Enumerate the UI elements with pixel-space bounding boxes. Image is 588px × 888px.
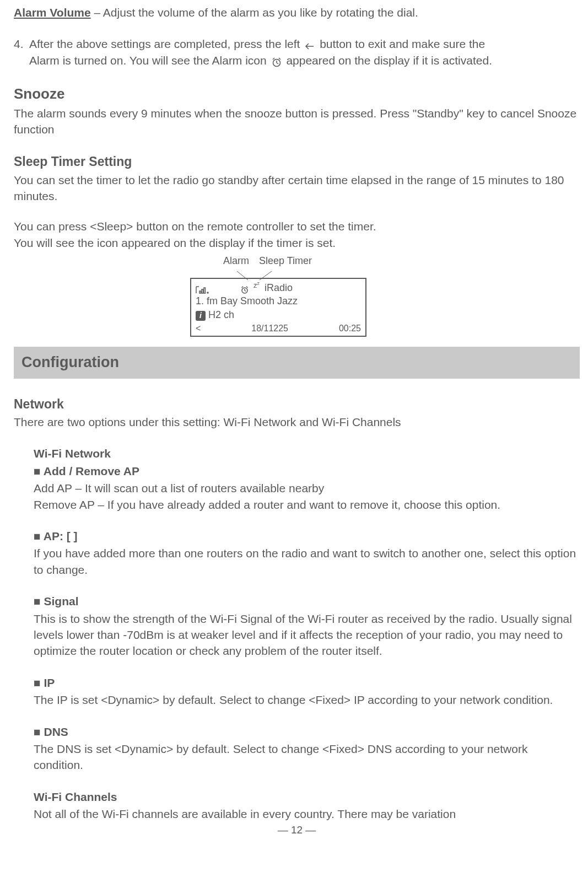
svg-rect-10 (199, 291, 201, 293)
add-ap-text: Add AP – It will scan out a list of rout… (34, 480, 580, 496)
dns-title: ■ DNS (34, 724, 580, 740)
sleep-title: Sleep Timer Setting (14, 153, 580, 170)
display-diagram: Alarm Sleep Timer (190, 254, 366, 337)
display-bottom-right: 00:25 (339, 322, 361, 335)
wifi-channels-block: Wi-Fi Channels Not all of the Wi-Fi chan… (34, 789, 580, 822)
snooze-text: The alarm sounds every 9 minutes when th… (14, 105, 580, 138)
step4-a1: After the above settings are completed, … (29, 37, 303, 50)
network-title: Network (14, 395, 580, 413)
display-pointers (190, 268, 366, 278)
display-bottom-mid: 18/11225 (251, 322, 288, 335)
ip-block: ■ IP The IP is set <Dynamic> by default.… (34, 675, 580, 708)
step4-a2: button to exit and make sure the (320, 37, 485, 50)
sleep-p3: You will see the icon appeared on the di… (14, 235, 580, 251)
ip-text: The IP is set <Dynamic> by default. Sele… (34, 692, 580, 708)
svg-rect-11 (202, 289, 203, 293)
step4-b1: Alarm is turned on. You will see the Ala… (29, 54, 270, 67)
label-sleep: Sleep Timer (259, 254, 312, 268)
alarm-small-icon (240, 284, 249, 293)
step4-b2: appeared on the display if it is activat… (286, 54, 492, 67)
snooze-section: Snooze The alarm sounds every 9 minutes … (14, 84, 580, 137)
network-intro: There are two options under this setting… (14, 414, 580, 430)
display-line-3: H2 ch (196, 308, 361, 322)
ap-block: ■ AP: [ ] If you have added more than on… (34, 528, 580, 578)
sleep-section: Sleep Timer Setting You can set the time… (14, 153, 580, 251)
dns-block: ■ DNS The DNS is set <Dynamic> by defaul… (34, 724, 580, 773)
snooze-title: Snooze (14, 84, 580, 104)
alarm-volume-label: Alarm Volume (14, 6, 91, 19)
network-indent: Wi-Fi Network ■ Add / Remove AP Add AP –… (14, 445, 580, 822)
arrow-left-icon (304, 40, 315, 51)
sleep-zz-icon: zz (253, 280, 260, 290)
display-iradio: iRadio (265, 282, 293, 293)
wifi-channels-text: Not all of the Wi-Fi channels are availa… (34, 806, 580, 822)
svg-line-4 (273, 58, 274, 60)
wifi-channels-title: Wi-Fi Channels (34, 789, 580, 805)
alarm-volume-text: – Adjust the volume of the alarm as you … (91, 6, 418, 19)
sleep-p1: You can set the timer to let the radio g… (14, 172, 580, 204)
svg-line-17 (242, 286, 244, 288)
svg-rect-12 (204, 288, 206, 293)
display-box: zz iRadio 1. fm Bay Smooth Jazz H2 ch < … (190, 278, 366, 337)
signal-icon (196, 284, 210, 293)
label-alarm: Alarm (223, 254, 249, 268)
signal-title: ■ Signal (34, 593, 580, 609)
add-remove-ap-title: ■ Add / Remove AP (34, 463, 580, 479)
svg-line-3 (277, 63, 278, 64)
svg-line-16 (245, 290, 246, 292)
add-remove-ap-block: ■ Add / Remove AP Add AP – It will scan … (34, 463, 580, 513)
remove-ap-text: Remove AP – If you have already added a … (34, 497, 580, 513)
sleep-p2: You can press <Sleep> button on the remo… (14, 218, 580, 234)
step-4-number: 4. (14, 36, 29, 68)
ip-title: ■ IP (34, 675, 580, 691)
ap-text: If you have added more than one routers … (34, 545, 580, 578)
ap-title: ■ AP: [ ] (34, 528, 580, 544)
display-labels: Alarm Sleep Timer (223, 254, 366, 268)
svg-line-5 (279, 58, 280, 60)
page-number: — 12 — (14, 823, 580, 838)
alarm-volume-row: Alarm Volume – Adjust the volume of the … (14, 4, 580, 20)
signal-block: ■ Signal This is to show the strength of… (34, 593, 580, 659)
svg-point-13 (207, 292, 208, 293)
alarm-icon (271, 56, 282, 67)
info-icon (196, 311, 206, 321)
wifi-network-title: Wi-Fi Network (34, 445, 580, 461)
network-section: Network There are two options under this… (14, 395, 580, 822)
display-line-2: 1. fm Bay Smooth Jazz (196, 294, 361, 308)
step-4-text: After the above settings are completed, … (29, 36, 580, 68)
signal-text: This is to show the strength of the Wi-F… (34, 611, 580, 659)
display-row-1: zz iRadio (196, 281, 361, 294)
configuration-header: Configuration (14, 347, 580, 379)
display-bottom: < 18/11225 00:25 (196, 322, 361, 335)
step-4: 4. After the above settings are complete… (14, 36, 580, 68)
svg-line-18 (246, 286, 248, 288)
display-bottom-left: < (196, 322, 201, 335)
dns-text: The DNS is set <Dynamic> by default. Sel… (34, 741, 580, 773)
